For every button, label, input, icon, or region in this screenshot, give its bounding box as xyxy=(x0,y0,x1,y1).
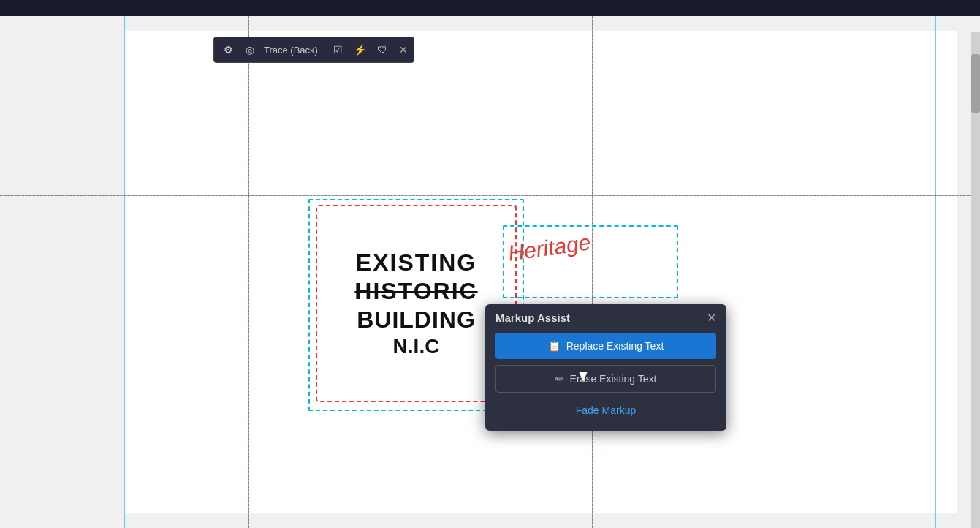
settings-icon[interactable]: ⚙ xyxy=(220,42,236,58)
erase-existing-text-button[interactable]: ✏ Erase Existing Text xyxy=(495,365,716,393)
grid-red-h1 xyxy=(0,195,980,196)
scrollbar-right[interactable] xyxy=(971,32,980,528)
checkbox-icon[interactable]: ☑ xyxy=(330,42,346,58)
fade-markup-button[interactable]: Fade Markup xyxy=(495,401,716,419)
trace-icon[interactable]: ◎ xyxy=(242,42,258,58)
sign-text-area: EXISTING HISTORIC BUILDING N.I.C xyxy=(323,212,509,395)
toolbar-close-button[interactable]: ✕ xyxy=(399,44,408,56)
sign-line-nic: N.I.C xyxy=(393,335,440,358)
dialog-header: Markup Assist ✕ xyxy=(485,304,726,330)
sign-line-historic: HISTORIC xyxy=(354,278,477,305)
dialog-body: 📋 Replace Existing Text ✏ Erase Existing… xyxy=(485,330,726,419)
replace-existing-text-button[interactable]: 📋 Replace Existing Text xyxy=(495,333,716,359)
dialog-title: Markup Assist xyxy=(495,312,570,324)
grid-line-v4 xyxy=(935,16,936,528)
erase-icon: ✏ xyxy=(555,373,564,385)
dialog-close-button[interactable]: ✕ xyxy=(707,312,716,324)
lightning-icon[interactable]: ⚡ xyxy=(352,42,368,58)
replace-button-label: Replace Existing Text xyxy=(566,340,664,352)
toolbar-separator xyxy=(324,42,324,57)
grid-line-v1 xyxy=(124,16,125,528)
grid-red-v1 xyxy=(248,16,249,528)
scrollbar-thumb[interactable] xyxy=(971,54,980,113)
shield-icon[interactable]: 🛡 xyxy=(374,42,390,58)
replace-icon: 📋 xyxy=(548,340,561,352)
erase-button-label: Erase Existing Text xyxy=(570,373,657,385)
fade-button-label: Fade Markup xyxy=(576,404,636,416)
toolbar: ⚙ ◎ Trace (Back) ☑ ⚡ 🛡 ✕ xyxy=(213,37,414,63)
toolbar-label: Trace (Back) xyxy=(264,45,318,56)
canvas-area: ⚙ ◎ Trace (Back) ☑ ⚡ 🛡 ✕ EXISTING HISTOR… xyxy=(0,16,980,528)
top-bar xyxy=(0,0,980,16)
markup-assist-dialog: Markup Assist ✕ 📋 Replace Existing Text … xyxy=(485,304,726,431)
sign-line-existing: EXISTING xyxy=(356,249,476,276)
sign-line-building: BUILDING xyxy=(357,306,476,333)
